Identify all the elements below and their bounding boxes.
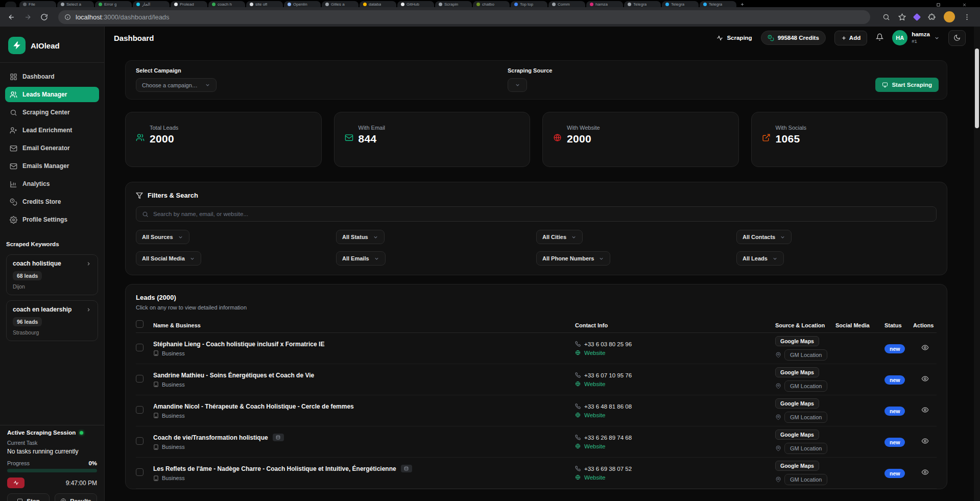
browser-tab[interactable]: hamza <box>586 1 623 7</box>
user-menu[interactable]: HA hamza#1 <box>892 30 940 45</box>
forward-button[interactable] <box>21 11 34 23</box>
browser-tab[interactable]: Scrapin <box>435 1 472 7</box>
stop-button[interactable]: Stop <box>7 493 50 501</box>
sidebar-item-scraping-center[interactable]: Scraping Center <box>5 105 99 120</box>
view-lead-button[interactable] <box>921 375 929 385</box>
browser-tab[interactable]: الجار <box>133 1 170 7</box>
filter-social-media[interactable]: All Social Media <box>136 251 201 266</box>
scraping-source-select[interactable] <box>508 78 527 92</box>
new-tab-button[interactable] <box>737 1 747 7</box>
campaign-select[interactable]: Choose a campaign… <box>136 78 217 92</box>
scraping-indicator[interactable]: Scraping <box>716 35 752 41</box>
results-button[interactable]: Results <box>55 493 97 501</box>
extension-icon[interactable] <box>913 13 921 21</box>
location-button[interactable]: GM Location <box>784 443 827 454</box>
view-lead-button[interactable] <box>921 406 929 416</box>
sidebar-item-lead-enrichment[interactable]: Lead Enrichment <box>5 123 99 138</box>
sidebar-nav: Dashboard Leads Manager Scraping Center … <box>0 69 104 227</box>
sidebar-item-analytics[interactable]: Analytics <box>5 176 99 192</box>
row-checkbox[interactable] <box>136 406 144 414</box>
back-button[interactable] <box>5 11 17 23</box>
website-link[interactable]: Website <box>584 412 605 418</box>
browser-tab[interactable]: Comm <box>548 1 585 7</box>
site-info-icon[interactable] <box>64 14 71 20</box>
filter-leads[interactable]: All Leads <box>736 251 784 266</box>
browser-tab[interactable]: Telegra <box>624 1 661 7</box>
filter-status[interactable]: All Status <box>336 230 385 244</box>
website-link[interactable]: Website <box>584 443 605 449</box>
reload-button[interactable] <box>38 11 50 23</box>
location-button[interactable]: GM Location <box>784 349 827 361</box>
browser-tab[interactable]: Select a <box>57 1 94 7</box>
row-checkbox[interactable] <box>136 468 144 476</box>
select-all-checkbox[interactable] <box>136 320 144 328</box>
row-checkbox[interactable] <box>136 344 144 351</box>
view-lead-button[interactable] <box>921 437 929 447</box>
browser-tab[interactable]: Error g <box>95 1 132 7</box>
lead-type: Business <box>162 475 185 481</box>
window-close-icon[interactable] <box>962 3 967 7</box>
browser-tab[interactable]: Openlin <box>284 1 321 7</box>
search-input[interactable] <box>153 211 930 217</box>
window-maximize-icon[interactable] <box>936 3 941 7</box>
table-row[interactable]: Coach de vie/Transformation holistique B… <box>136 426 937 458</box>
website-link[interactable]: Website <box>584 474 605 481</box>
browser-tab[interactable]: chatbo <box>473 1 510 7</box>
scraping-activity-badge[interactable] <box>7 478 25 488</box>
keyword-card[interactable]: coach holistique 68 leads Dijon <box>6 254 98 295</box>
browser-tab[interactable]: GitHub <box>397 1 434 7</box>
browser-tab[interactable]: site off <box>246 1 283 7</box>
stat-card-with-email: With Email844 <box>334 112 531 167</box>
website-link[interactable]: Website <box>584 381 605 387</box>
campaign-panel: Select Campaign Choose a campaign… Scrap… <box>125 60 947 100</box>
browser-tab[interactable]: Gilles a <box>322 1 358 7</box>
row-checkbox[interactable] <box>136 375 144 383</box>
location-button[interactable]: GM Location <box>784 412 827 423</box>
map-pin-icon <box>775 383 781 389</box>
browser-profile-avatar[interactable] <box>944 11 955 22</box>
table-row[interactable]: Amandine Nicol - Thérapeute & Coach Holi… <box>136 395 937 426</box>
browser-tab[interactable]: Telegra <box>700 1 736 7</box>
sidebar-item-leads-manager[interactable]: Leads Manager <box>5 87 99 102</box>
browser-menu-icon[interactable] <box>963 13 971 21</box>
filter-emails[interactable]: All Emails <box>336 251 386 266</box>
filter-contacts[interactable]: All Contacts <box>736 230 792 244</box>
url-bar[interactable]: localhost:3000/dashboard/leads <box>58 10 870 24</box>
view-lead-button[interactable] <box>921 468 929 478</box>
theme-toggle-button[interactable] <box>948 30 966 46</box>
sidebar-item-email-generator[interactable]: Email Generator <box>5 140 99 156</box>
scrollbar[interactable] <box>974 27 980 501</box>
filter-sources[interactable]: All Sources <box>136 230 189 244</box>
row-checkbox[interactable] <box>136 437 144 445</box>
browser-tab[interactable]: databa <box>360 1 396 7</box>
bookmark-star-icon[interactable] <box>898 13 906 21</box>
filter-cities[interactable]: All Cities <box>536 230 583 244</box>
website-link[interactable]: Website <box>584 350 605 356</box>
keyword-card[interactable]: coach en leadership 96 leads Strasbourg <box>6 300 98 341</box>
extensions-puzzle-icon[interactable] <box>928 13 936 21</box>
table-row[interactable]: Stéphanie Lieng - Coach holistique inclu… <box>136 333 937 364</box>
browser-tab[interactable]: Top top <box>511 1 547 7</box>
zoom-icon[interactable] <box>882 13 890 21</box>
location-button[interactable]: GM Location <box>784 380 827 392</box>
table-row[interactable]: Sandrine Mathieu - Soins Énergétiques et… <box>136 364 937 395</box>
sidebar-item-profile-settings[interactable]: Profile Settings <box>5 212 99 227</box>
browser-tab[interactable]: Prolead <box>171 1 207 7</box>
scrollbar-thumb[interactable] <box>975 49 979 128</box>
start-scraping-button[interactable]: Start Scraping <box>875 78 939 92</box>
credits-pill[interactable]: 995848 Credits <box>761 31 826 45</box>
sidebar-item-dashboard[interactable]: Dashboard <box>5 69 99 84</box>
filter-phone-numbers[interactable]: All Phone Numbers <box>536 251 610 266</box>
sidebar-item-credits-store[interactable]: Credits Store <box>5 194 99 209</box>
tab-search-icon[interactable] <box>5 2 16 7</box>
location-button[interactable]: GM Location <box>784 474 827 485</box>
table-row[interactable]: Les Reflets de l'âme - Nadège Charre - C… <box>136 458 937 489</box>
add-button[interactable]: Add <box>834 31 867 45</box>
browser-tab[interactable]: File <box>19 1 56 7</box>
sidebar: AIOlead Dashboard Leads Manager Scraping… <box>0 27 105 501</box>
sidebar-item-emails-manager[interactable]: Emails Manager <box>5 158 99 174</box>
view-lead-button[interactable] <box>921 344 929 353</box>
browser-tab[interactable]: coach h <box>208 1 245 7</box>
browser-tab[interactable]: Telegra <box>662 1 699 7</box>
notifications-button[interactable] <box>876 33 883 43</box>
